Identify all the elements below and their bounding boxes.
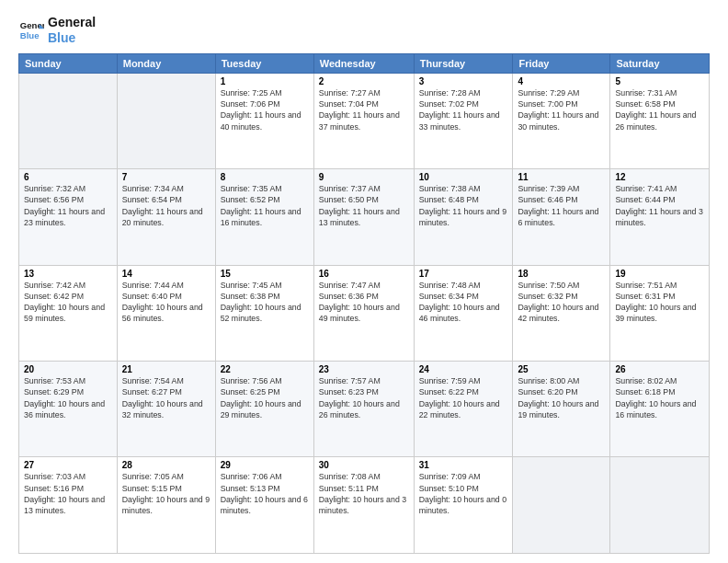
day-number: 25 xyxy=(518,364,605,374)
calendar-cell: 14Sunrise: 7:44 AM Sunset: 6:40 PM Dayli… xyxy=(117,265,215,361)
calendar-cell: 16Sunrise: 7:47 AM Sunset: 6:36 PM Dayli… xyxy=(313,265,414,361)
day-info: Sunrise: 7:38 AM Sunset: 6:48 PM Dayligh… xyxy=(419,183,508,228)
day-info: Sunrise: 8:02 AM Sunset: 6:18 PM Dayligh… xyxy=(615,375,704,420)
day-info: Sunrise: 7:56 AM Sunset: 6:25 PM Dayligh… xyxy=(221,375,309,420)
day-number: 15 xyxy=(221,269,309,279)
weekday-header-sunday: Sunday xyxy=(19,53,118,73)
day-info: Sunrise: 7:50 AM Sunset: 6:32 PM Dayligh… xyxy=(518,280,605,325)
day-number: 14 xyxy=(122,269,210,279)
day-info: Sunrise: 7:45 AM Sunset: 6:38 PM Dayligh… xyxy=(221,280,309,325)
day-number: 23 xyxy=(319,364,409,374)
day-info: Sunrise: 7:03 AM Sunset: 5:16 PM Dayligh… xyxy=(24,471,112,516)
calendar-cell: 18Sunrise: 7:50 AM Sunset: 6:32 PM Dayli… xyxy=(513,265,610,361)
day-number: 28 xyxy=(122,460,210,470)
day-info: Sunrise: 7:54 AM Sunset: 6:27 PM Dayligh… xyxy=(122,375,210,420)
day-info: Sunrise: 7:29 AM Sunset: 7:00 PM Dayligh… xyxy=(518,87,605,132)
day-number: 21 xyxy=(122,364,210,374)
calendar-cell: 29Sunrise: 7:06 AM Sunset: 5:13 PM Dayli… xyxy=(215,457,313,554)
logo-text: General xyxy=(48,15,96,30)
calendar-cell: 9Sunrise: 7:37 AM Sunset: 6:50 PM Daylig… xyxy=(313,169,414,265)
day-number: 9 xyxy=(319,172,409,182)
calendar-cell: 7Sunrise: 7:34 AM Sunset: 6:54 PM Daylig… xyxy=(117,169,215,265)
day-number: 4 xyxy=(518,76,605,86)
day-info: Sunrise: 7:37 AM Sunset: 6:50 PM Dayligh… xyxy=(319,183,409,228)
day-info: Sunrise: 7:35 AM Sunset: 6:52 PM Dayligh… xyxy=(221,183,309,228)
day-info: Sunrise: 7:42 AM Sunset: 6:42 PM Dayligh… xyxy=(24,280,112,325)
calendar-cell xyxy=(117,73,215,168)
calendar-cell: 21Sunrise: 7:54 AM Sunset: 6:27 PM Dayli… xyxy=(117,362,215,457)
calendar-cell: 13Sunrise: 7:42 AM Sunset: 6:42 PM Dayli… xyxy=(19,265,118,361)
day-number: 13 xyxy=(24,269,112,279)
calendar-cell: 10Sunrise: 7:38 AM Sunset: 6:48 PM Dayli… xyxy=(414,169,513,265)
calendar-cell xyxy=(19,73,118,168)
calendar-cell: 28Sunrise: 7:05 AM Sunset: 5:15 PM Dayli… xyxy=(117,457,215,554)
calendar-week-3: 13Sunrise: 7:42 AM Sunset: 6:42 PM Dayli… xyxy=(19,265,710,361)
day-info: Sunrise: 7:06 AM Sunset: 5:13 PM Dayligh… xyxy=(221,471,309,516)
day-info: Sunrise: 7:53 AM Sunset: 6:29 PM Dayligh… xyxy=(24,375,112,420)
day-info: Sunrise: 8:00 AM Sunset: 6:20 PM Dayligh… xyxy=(518,375,605,420)
calendar-cell: 19Sunrise: 7:51 AM Sunset: 6:31 PM Dayli… xyxy=(610,265,710,361)
day-info: Sunrise: 7:28 AM Sunset: 7:02 PM Dayligh… xyxy=(419,87,508,132)
calendar-cell: 27Sunrise: 7:03 AM Sunset: 5:16 PM Dayli… xyxy=(19,457,118,554)
logo-subtext: Blue xyxy=(48,30,96,46)
day-info: Sunrise: 7:31 AM Sunset: 6:58 PM Dayligh… xyxy=(615,87,704,132)
weekday-header-friday: Friday xyxy=(513,53,610,73)
weekday-header-row: SundayMondayTuesdayWednesdayThursdayFrid… xyxy=(19,53,710,73)
calendar-cell: 23Sunrise: 7:57 AM Sunset: 6:23 PM Dayli… xyxy=(313,362,414,457)
calendar-cell: 26Sunrise: 8:02 AM Sunset: 6:18 PM Dayli… xyxy=(610,362,710,457)
day-info: Sunrise: 7:08 AM Sunset: 5:11 PM Dayligh… xyxy=(319,471,409,516)
day-info: Sunrise: 7:44 AM Sunset: 6:40 PM Dayligh… xyxy=(122,280,210,325)
day-info: Sunrise: 7:05 AM Sunset: 5:15 PM Dayligh… xyxy=(122,471,210,516)
calendar-week-5: 27Sunrise: 7:03 AM Sunset: 5:16 PM Dayli… xyxy=(19,457,710,554)
day-number: 17 xyxy=(419,269,508,279)
weekday-header-saturday: Saturday xyxy=(610,53,710,73)
day-info: Sunrise: 7:48 AM Sunset: 6:34 PM Dayligh… xyxy=(419,280,508,325)
calendar-cell: 11Sunrise: 7:39 AM Sunset: 6:46 PM Dayli… xyxy=(513,169,610,265)
calendar-week-1: 1Sunrise: 7:25 AM Sunset: 7:06 PM Daylig… xyxy=(19,73,710,168)
calendar-cell: 30Sunrise: 7:08 AM Sunset: 5:11 PM Dayli… xyxy=(313,457,414,554)
calendar-week-4: 20Sunrise: 7:53 AM Sunset: 6:29 PM Dayli… xyxy=(19,362,710,457)
weekday-header-monday: Monday xyxy=(117,53,215,73)
day-number: 2 xyxy=(319,76,409,86)
calendar-cell: 20Sunrise: 7:53 AM Sunset: 6:29 PM Dayli… xyxy=(19,362,118,457)
day-number: 30 xyxy=(319,460,409,470)
day-number: 27 xyxy=(24,460,112,470)
calendar-cell: 8Sunrise: 7:35 AM Sunset: 6:52 PM Daylig… xyxy=(215,169,313,265)
calendar-cell: 25Sunrise: 8:00 AM Sunset: 6:20 PM Dayli… xyxy=(513,362,610,457)
calendar-cell xyxy=(513,457,610,554)
day-number: 3 xyxy=(419,76,508,86)
day-info: Sunrise: 7:27 AM Sunset: 7:04 PM Dayligh… xyxy=(319,87,409,132)
calendar-cell: 15Sunrise: 7:45 AM Sunset: 6:38 PM Dayli… xyxy=(215,265,313,361)
day-number: 29 xyxy=(221,460,309,470)
day-number: 16 xyxy=(319,269,409,279)
day-number: 31 xyxy=(419,460,508,470)
calendar-cell: 5Sunrise: 7:31 AM Sunset: 6:58 PM Daylig… xyxy=(610,73,710,168)
page: General Blue General Blue SundayMondayTu… xyxy=(0,0,728,563)
calendar-cell: 3Sunrise: 7:28 AM Sunset: 7:02 PM Daylig… xyxy=(414,73,513,168)
calendar-cell: 2Sunrise: 7:27 AM Sunset: 7:04 PM Daylig… xyxy=(313,73,414,168)
day-info: Sunrise: 7:34 AM Sunset: 6:54 PM Dayligh… xyxy=(122,183,210,228)
calendar-cell: 24Sunrise: 7:59 AM Sunset: 6:22 PM Dayli… xyxy=(414,362,513,457)
day-info: Sunrise: 7:25 AM Sunset: 7:06 PM Dayligh… xyxy=(221,87,309,132)
calendar-cell: 4Sunrise: 7:29 AM Sunset: 7:00 PM Daylig… xyxy=(513,73,610,168)
day-number: 5 xyxy=(615,76,704,86)
calendar-week-2: 6Sunrise: 7:32 AM Sunset: 6:56 PM Daylig… xyxy=(19,169,710,265)
calendar-cell: 1Sunrise: 7:25 AM Sunset: 7:06 PM Daylig… xyxy=(215,73,313,168)
day-info: Sunrise: 7:57 AM Sunset: 6:23 PM Dayligh… xyxy=(319,375,409,420)
svg-text:Blue: Blue xyxy=(20,30,40,40)
weekday-header-wednesday: Wednesday xyxy=(313,53,414,73)
calendar-table: SundayMondayTuesdayWednesdayThursdayFrid… xyxy=(18,53,710,554)
day-number: 22 xyxy=(221,364,309,374)
day-info: Sunrise: 7:51 AM Sunset: 6:31 PM Dayligh… xyxy=(615,280,704,325)
calendar-cell xyxy=(610,457,710,554)
day-number: 19 xyxy=(615,269,704,279)
calendar-cell: 12Sunrise: 7:41 AM Sunset: 6:44 PM Dayli… xyxy=(610,169,710,265)
day-info: Sunrise: 7:32 AM Sunset: 6:56 PM Dayligh… xyxy=(24,183,112,228)
day-info: Sunrise: 7:39 AM Sunset: 6:46 PM Dayligh… xyxy=(518,183,605,228)
calendar-cell: 31Sunrise: 7:09 AM Sunset: 5:10 PM Dayli… xyxy=(414,457,513,554)
weekday-header-thursday: Thursday xyxy=(414,53,513,73)
day-number: 12 xyxy=(615,172,704,182)
day-number: 6 xyxy=(24,172,112,182)
day-number: 10 xyxy=(419,172,508,182)
day-number: 18 xyxy=(518,269,605,279)
